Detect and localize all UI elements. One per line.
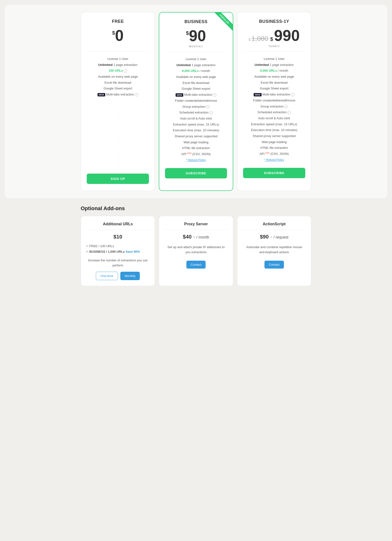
b-feature-folder: Folder create/delete/edit/move — [165, 98, 227, 104]
addons-grid: Additional URLs $10 ✓ FREE / 100 URLs ✓ … — [81, 216, 311, 286]
feature-webpage: Available on every web page — [87, 74, 149, 80]
y-feature-api: API beta (CSV, JSON) — [243, 151, 305, 157]
addon-buttons-proxy: Contact — [164, 261, 228, 269]
addon-price-val-action: $90 — [260, 234, 269, 240]
feature-dash-12: - — [87, 163, 149, 169]
b-feature-webpage: Available on every web page — [165, 74, 227, 80]
y-feature-group: Group extraction i — [243, 104, 305, 110]
contact-button-action[interactable]: Contact — [264, 261, 284, 269]
addon-card-proxy: Proxy Server $40 ~ / month Set up and at… — [159, 216, 233, 286]
feature-license: License 1 User — [87, 56, 149, 62]
y-feature-sheets: Google Sheet export — [243, 86, 305, 92]
plan-card-free: FREE $0 License 1 User Unlimited 1 page … — [81, 12, 155, 191]
b-feature-speed: Extraction speed (max. 15 URLs) — [165, 122, 227, 128]
feature-dash-2: - — [87, 104, 149, 110]
currency-free: $ — [112, 30, 115, 36]
feature-extraction: Unlimited 1 page extraction — [87, 62, 149, 68]
subscribe-button-business[interactable]: SUBSCRIBE — [165, 168, 227, 178]
addon-name-proxy: Proxy Server — [164, 222, 228, 226]
plan-divider-business — [165, 52, 227, 52]
feature-dash-7: - — [87, 133, 149, 139]
save-text: Save 90% — [126, 250, 140, 253]
addon-buttons-urls: One-time Monthly — [86, 272, 150, 280]
b-feature-api: API beta (CSV, JSON) — [165, 151, 227, 157]
plan-card-business-1y: BUSINESS-1Y $1,080 $990 YEARLY License 1… — [237, 12, 311, 191]
refund-link-y[interactable]: * Refund Policy — [264, 158, 284, 162]
feature-dash-8: - — [87, 139, 149, 145]
addon-price-val-urls: $10 — [113, 234, 122, 240]
addon-name-urls: Additional URLs — [86, 222, 150, 226]
plan-name-1y: BUSINESS-1Y — [243, 19, 305, 24]
monthly-button[interactable]: Monthly — [120, 272, 140, 280]
contact-button-proxy[interactable]: Contact — [186, 261, 206, 269]
new-badge-y: NEW — [254, 93, 262, 96]
subscribe-button-1y[interactable]: SUBSCRIBE — [243, 168, 305, 178]
amount-business: 90 — [189, 27, 206, 44]
b-feature-refund: * Refund Policy — [165, 157, 227, 163]
b-feature-extraction: Unlimited 1 page extraction — [165, 62, 227, 68]
plan-features-business: License 1 User Unlimited 1 page extracti… — [165, 56, 227, 163]
y-feature-refund: * Refund Policy — [243, 157, 305, 163]
currency-s-orig: $ — [249, 38, 251, 42]
signup-button[interactable]: SIGN UP — [87, 174, 149, 184]
amount-1y: 990 — [274, 28, 300, 43]
addon-divider-urls — [86, 230, 150, 230]
y-feature-folder: Folder create/delete/edit/move — [243, 98, 305, 104]
b-feature-proxy: Shared proxy server supported — [165, 133, 227, 139]
y-feature-urls: 9,000 URLs / month — [243, 68, 305, 74]
feature-dash-11: - — [87, 157, 149, 163]
addon-desc-action: Automate and combine repetitive mouse an… — [242, 245, 306, 255]
info-icon-sched-y: i — [288, 111, 291, 114]
addon-desc-urls: Increase the number of extractions you c… — [86, 258, 150, 268]
refund-link-b[interactable]: * Refund Policy — [186, 158, 206, 162]
one-time-button[interactable]: One-time — [96, 272, 118, 280]
feature-dash-9: - — [87, 145, 149, 151]
b-feature-excel: Excel file download — [165, 80, 227, 86]
feature-dash-10: - — [87, 151, 149, 157]
feature-urls: 100 URLs i — [87, 68, 149, 74]
info-icon-scheduled: i — [209, 111, 213, 114]
b-feature-sheets: Google Sheet export — [165, 86, 227, 92]
feature-dash-1: - — [87, 98, 149, 104]
addon-feature-business: ✓ BUSINESS / 1,000 URLs Save 90% — [86, 249, 150, 254]
plan-divider-free — [87, 51, 149, 52]
beta-badge-y: beta — [265, 152, 270, 154]
y-feature-license: License 1 User — [243, 56, 305, 62]
addon-desc-proxy: Set up and attach private IP addresses t… — [164, 245, 228, 255]
plan-billing-business: MONTHLY — [165, 45, 227, 48]
y-feature-wait: Wait page loading — [243, 139, 305, 145]
y-feature-multitabs: NEW Multi-tabs extraction i — [243, 92, 305, 98]
addon-features-urls: ✓ FREE / 100 URLs ✓ BUSINESS / 1,000 URL… — [86, 243, 150, 255]
b-feature-html: HTML file extraction — [165, 145, 227, 151]
info-icon-multi-b: i — [213, 93, 216, 97]
plan-billing-free — [87, 45, 149, 48]
addons-title: Optional Add-ons — [81, 205, 311, 212]
y-feature-proxy: Shared proxy server supported — [243, 133, 305, 139]
b-feature-group: Group extraction i — [165, 104, 227, 110]
feature-dash-5: - — [87, 121, 149, 127]
plan-price-free: $0 — [87, 28, 149, 43]
y-feature-scheduled: Scheduled extraction i — [243, 109, 305, 115]
info-icon-multi-y: i — [291, 93, 294, 96]
feature-dash-6: - — [87, 127, 149, 133]
feature-sheets: Google Sheet export — [87, 86, 149, 92]
plan-price-business: $90 — [165, 28, 227, 44]
feature-excel: Excel file download — [87, 80, 149, 86]
addons-section: Optional Add-ons Additional URLs $10 ✓ F… — [81, 205, 311, 286]
addon-price-urls: $10 — [86, 234, 150, 240]
addon-price-suffix-action: ~ / request — [270, 235, 288, 239]
y-feature-webpage: Available on every web page — [243, 74, 305, 80]
b-feature-scheduled: Scheduled extraction i — [165, 110, 227, 116]
b-feature-multitabs: NEW Multi-tabs extraction i — [165, 92, 227, 98]
info-icon-urls: i — [124, 69, 127, 73]
b-feature-autoscroll: Auto-scroll & Auto-click — [165, 116, 227, 122]
info-icon-group: i — [206, 105, 210, 108]
y-feature-extraction: Unlimited 1 page extraction — [243, 62, 305, 68]
feature-dash-4: - — [87, 115, 149, 121]
addon-card-actionscript: ActionScript $90 ~ / request Automate an… — [237, 216, 311, 286]
y-feature-excel: Excel file download — [243, 80, 305, 86]
plan-price-1y: $1,080 $990 — [243, 28, 305, 43]
addon-price-suffix-proxy: ~ / month — [193, 235, 209, 239]
b-feature-license: License 1 User — [165, 56, 227, 62]
plan-name-free: FREE — [87, 19, 149, 24]
